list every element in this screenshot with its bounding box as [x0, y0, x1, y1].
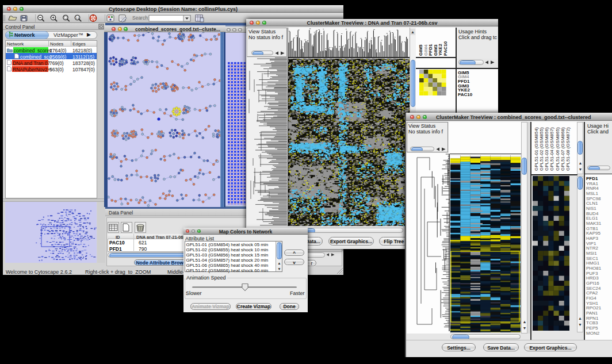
- svg-text:Search:: Search:: [132, 15, 149, 21]
- svg-text:1:1: 1:1: [75, 17, 79, 20]
